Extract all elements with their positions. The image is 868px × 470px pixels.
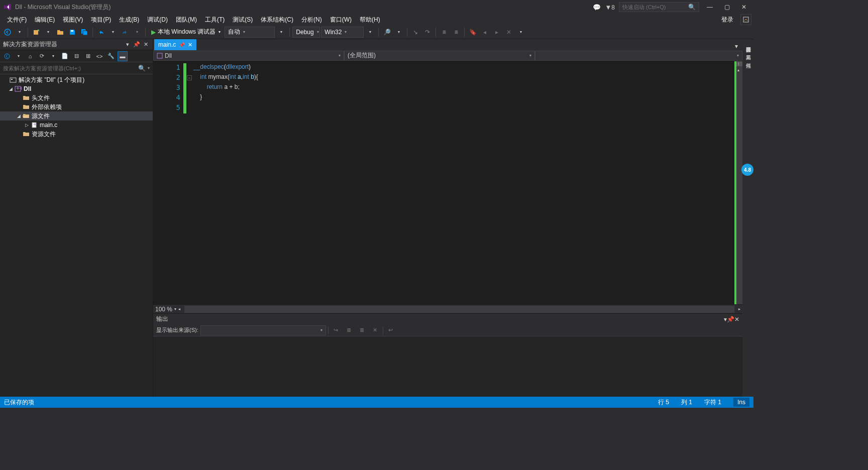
vtab-server-explorer[interactable]: 服务器资源管理器 bbox=[743, 39, 752, 47]
tree-external-folder[interactable]: 外部依赖项 bbox=[0, 102, 153, 111]
menu-architecture[interactable]: 体系结构(C) bbox=[257, 14, 297, 26]
nav-fwd-button[interactable]: ▾ bbox=[14, 27, 25, 38]
output-close-button[interactable]: ✕ bbox=[734, 316, 739, 323]
minimize-button[interactable]: — bbox=[703, 2, 716, 12]
maximize-button[interactable]: ▢ bbox=[720, 2, 733, 12]
vtab-toolbox[interactable]: 工具箱 bbox=[743, 47, 752, 55]
toolbar-extra-drop[interactable]: ▾ bbox=[515, 27, 526, 38]
save-button[interactable] bbox=[67, 27, 78, 38]
notifications-flag-icon[interactable]: ▼8 bbox=[605, 4, 615, 11]
platform-drop[interactable]: Win32▾ bbox=[321, 27, 364, 38]
se-home-button[interactable]: ⌂ bbox=[25, 51, 35, 61]
menu-project[interactable]: 项目(P) bbox=[87, 14, 115, 26]
menu-view[interactable]: 视图(V) bbox=[59, 14, 87, 26]
search-drop-icon[interactable]: ▾ bbox=[148, 66, 150, 70]
new-project-button[interactable] bbox=[31, 27, 42, 38]
menu-edit[interactable]: 编辑(E) bbox=[31, 14, 59, 26]
se-showall-button[interactable]: ⊞ bbox=[83, 51, 93, 61]
hscroll-right-icon[interactable]: ▸ bbox=[738, 307, 740, 311]
close-button[interactable]: ✕ bbox=[737, 2, 750, 12]
search-icon[interactable]: 🔍 bbox=[138, 65, 146, 72]
menu-tools[interactable]: 工具(T) bbox=[201, 14, 229, 26]
output-wrap-button[interactable]: ↩ bbox=[385, 325, 396, 335]
menu-analyze[interactable]: 分析(N) bbox=[297, 14, 326, 26]
redo-drop[interactable]: ▾ bbox=[132, 27, 143, 38]
se-collapse-button[interactable]: ⊟ bbox=[71, 51, 81, 61]
tree-headers-folder[interactable]: 头文件 bbox=[0, 93, 153, 102]
menu-test[interactable]: 测试(S) bbox=[229, 14, 257, 26]
output-source-drop[interactable]: ▾ bbox=[200, 325, 326, 335]
se-properties-button[interactable]: 🔧 bbox=[106, 51, 116, 61]
output-content[interactable] bbox=[153, 336, 742, 397]
signin-avatar-icon[interactable] bbox=[740, 14, 751, 25]
undo-button[interactable] bbox=[95, 27, 106, 38]
comment-button[interactable]: ≡ bbox=[439, 27, 450, 38]
horizontal-scrollbar[interactable] bbox=[184, 306, 734, 313]
se-search-input[interactable] bbox=[3, 65, 138, 71]
output-next-button[interactable]: ≣ bbox=[357, 325, 368, 335]
tree-sources-folder[interactable]: ◢ 源文件 bbox=[0, 111, 153, 121]
platform-extra-drop[interactable]: ▾ bbox=[365, 27, 376, 38]
output-goto-button[interactable]: ↪ bbox=[331, 325, 342, 335]
output-clear-button[interactable]: ✕ bbox=[370, 325, 381, 335]
step-over-button[interactable]: ↷ bbox=[422, 27, 433, 38]
startup-mode-drop[interactable]: 自动▾ bbox=[225, 27, 275, 38]
zoom-drop-icon[interactable]: ▾ bbox=[174, 307, 176, 311]
signin-link[interactable]: 登录 bbox=[716, 14, 738, 26]
step-into-button[interactable]: ↘ bbox=[410, 27, 421, 38]
feedback-badge[interactable]: 4.8 bbox=[741, 164, 753, 176]
hscroll-left-icon[interactable]: ◂ bbox=[178, 307, 180, 311]
se-sync-drop[interactable]: ▾ bbox=[48, 51, 58, 61]
undo-drop[interactable]: ▾ bbox=[107, 27, 119, 38]
se-preview-button[interactable]: ▬ bbox=[118, 51, 128, 61]
nav-member-drop[interactable]: ▾ bbox=[535, 51, 742, 61]
uncomment-button[interactable]: ≡ bbox=[451, 27, 462, 38]
config-drop[interactable]: Debug▾ bbox=[292, 27, 320, 38]
bookmark-next-button[interactable]: ▸ bbox=[491, 27, 502, 38]
open-file-button[interactable] bbox=[55, 27, 66, 38]
expand-icon[interactable]: ▷ bbox=[23, 123, 30, 128]
se-refresh-button[interactable]: 📄 bbox=[60, 51, 70, 61]
solution-explorer-search[interactable]: 🔍 ▾ bbox=[0, 62, 153, 74]
menu-help[interactable]: 帮助(H) bbox=[356, 14, 384, 26]
se-back-button[interactable] bbox=[2, 51, 12, 61]
tree-file-mainc[interactable]: ▷ ++ main.c bbox=[0, 121, 153, 130]
code-editor[interactable]: 1 2 3 4 5 − __declspec(dllexport) int my… bbox=[153, 61, 742, 304]
quick-launch-search[interactable]: 快速启动 (Ctrl+Q) 🔍 bbox=[619, 2, 699, 12]
vertical-scrollbar[interactable]: ⁞ ▴ bbox=[734, 61, 742, 304]
se-fwd-drop[interactable]: ▾ bbox=[14, 51, 24, 61]
nav-project-drop[interactable]: Dll ▾ bbox=[153, 51, 344, 61]
fold-toggle-icon[interactable]: − bbox=[187, 75, 192, 80]
tree-resources-folder[interactable]: 资源文件 bbox=[0, 130, 153, 139]
output-pin-button[interactable]: 📌 bbox=[727, 316, 734, 323]
expand-icon[interactable]: ◢ bbox=[15, 113, 22, 119]
feedback-icon[interactable]: 💬 bbox=[593, 4, 601, 11]
nav-back-button[interactable] bbox=[2, 27, 13, 38]
vtab-properties[interactable]: 属性 bbox=[743, 55, 752, 63]
expand-icon[interactable]: ◢ bbox=[7, 86, 14, 91]
output-prev-button[interactable]: ≣ bbox=[344, 325, 355, 335]
menu-build[interactable]: 生成(B) bbox=[115, 14, 143, 26]
bookmark-button[interactable]: 🔖 bbox=[467, 27, 478, 38]
file-tab-mainc[interactable]: main.c 📌 ✕ bbox=[154, 39, 196, 50]
new-project-drop[interactable]: ▾ bbox=[43, 27, 54, 38]
menu-window[interactable]: 窗口(W) bbox=[326, 14, 356, 26]
se-sync-button[interactable]: ⟳ bbox=[37, 51, 47, 61]
bookmark-prev-button[interactable]: ◂ bbox=[479, 27, 490, 38]
zoom-level[interactable]: 100 % bbox=[155, 306, 172, 313]
tab-close-icon[interactable]: ✕ bbox=[188, 42, 192, 48]
tree-solution-node[interactable]: 解决方案 "Dll" (1 个项目) bbox=[0, 75, 153, 84]
tab-overflow-drop[interactable]: ▾ bbox=[732, 42, 740, 50]
tab-pin-icon[interactable]: 📌 bbox=[179, 42, 185, 48]
tree-project-node[interactable]: ◢ ++ Dll bbox=[0, 84, 153, 93]
nav-scope-drop[interactable]: (全局范围) ▾ bbox=[344, 51, 535, 61]
save-all-button[interactable] bbox=[79, 27, 90, 38]
startup-extra-drop[interactable]: ▾ bbox=[276, 27, 287, 38]
panel-close-button[interactable]: ✕ bbox=[142, 41, 150, 49]
panel-position-drop[interactable]: ▾ bbox=[124, 41, 132, 49]
bookmark-clear-button[interactable]: ✕ bbox=[503, 27, 514, 38]
find-in-files-button[interactable]: 🔎 bbox=[381, 27, 392, 38]
menu-debug[interactable]: 调试(D) bbox=[143, 14, 172, 26]
find-drop[interactable]: ▾ bbox=[393, 27, 404, 38]
start-debug-button[interactable]: ▶ 本地 Windows 调试器 ▾ bbox=[148, 27, 224, 38]
